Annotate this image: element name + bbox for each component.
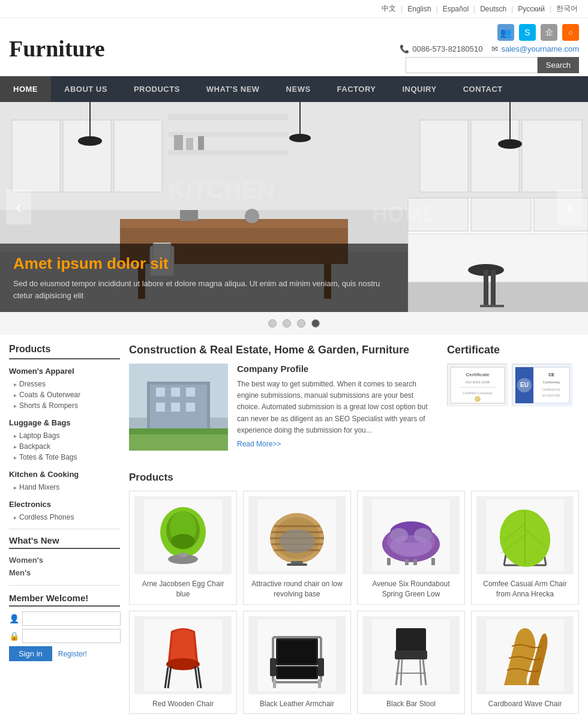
whats-new-section: What's New Women's Men's [9,535,120,579]
nav-contact[interactable]: CONTACT [450,76,516,102]
nav-home[interactable]: HOME [0,76,51,102]
slider-prev-button[interactable]: ‹ [6,190,31,224]
nav-products[interactable]: PRODUCTS [121,76,193,102]
slider-dot-1[interactable] [268,319,277,328]
sidebar-item-coats[interactable]: Coats & Outerwear [9,389,120,400]
phone-number: 0086-573-82180510 [412,44,482,53]
cert-image-2[interactable]: EU CE Conformity Certificate No. EU-2024… [512,364,572,406]
sidebar-item-shorts[interactable]: Shorts & Rompers [9,400,120,411]
svg-rect-2 [12,120,60,192]
slider-dot-3[interactable] [297,319,305,328]
product-card-6[interactable]: Black Leather Armchair [243,611,351,715]
sidebar-item-cordless-phones[interactable]: Cordless Phones [9,512,120,523]
nav-factory[interactable]: FACTORY [324,76,389,102]
sign-in-button[interactable]: Sign in [9,646,52,661]
header: Furniture 👥 S 企 ○ 📞 0086-573-82180510 ✉ … [0,18,588,76]
product-card-1[interactable]: Arne Jacobsen Egg Chair blue [129,491,237,605]
social-people-icon[interactable]: 👥 [497,24,514,41]
lang-ru[interactable]: Русский [518,5,545,13]
svg-rect-124 [396,628,426,652]
profile-text: Company Profile The best way to get subm… [237,364,438,451]
other-icon[interactable]: ○ [562,24,579,41]
sidebar-divider-2 [9,585,120,586]
search-bar: Search [406,57,579,73]
svg-rect-6 [168,132,288,137]
product-name-7: Black Bar Stool [362,699,460,709]
sidebar-divider-1 [9,529,120,529]
certificate-images: Certificate ISO 9001:2008 Certified Comp… [447,364,579,406]
product-card-5[interactable]: Red Wooden Chair [129,611,237,715]
register-link[interactable]: Register! [58,650,87,658]
qq-icon[interactable]: 企 [541,24,557,41]
product-image-4 [476,496,574,574]
svg-text:KITCHEN: KITCHEN [168,176,275,203]
phone-info: 📞 0086-573-82180510 ✉ sales@yourname.com [400,44,579,53]
slider-caption: Amet ipsum dolor sit Sed do eiusmod temp… [0,244,408,312]
whats-new-mens[interactable]: Men's [9,566,120,579]
nav-whats-new[interactable]: WHAT'S NEW [193,76,273,102]
svg-rect-5 [168,114,288,120]
svg-text:Certificate No.: Certificate No. [542,388,561,391]
svg-rect-51 [129,428,228,434]
product-card-3[interactable]: Avenue Six Roundabout Spring Green Low [357,491,465,605]
nav-about[interactable]: ABOUT US [51,76,121,102]
svg-rect-97 [413,559,417,565]
sidebar-category-kitchen: Kitchen & Cooking [9,470,120,479]
email-link[interactable]: sales@yourname.com [501,44,579,53]
hero-slider: KITCHEN HOME Amet ipsum dolor sit Sed do… [0,102,588,312]
certificate-title: Certificate [447,344,579,356]
nav-inquiry[interactable]: INQUIRY [389,76,449,102]
product-card-7[interactable]: Black Bar Stool [357,611,465,715]
slider-next-button[interactable]: › [557,190,582,224]
svg-rect-13 [522,120,582,192]
search-button[interactable]: Search [538,57,579,73]
product-name-5: Red Wooden Chair [134,699,232,709]
lang-es[interactable]: Español [443,5,469,13]
skype-icon[interactable]: S [519,24,536,41]
svg-rect-9 [186,138,193,150]
sidebar-item-laptop-bags[interactable]: Laptop Bags [9,430,120,441]
product-card-2[interactable]: Attractive round chair on low revolving … [243,491,351,605]
svg-rect-44 [156,388,165,397]
read-more-link[interactable]: Read More>> [237,440,281,448]
slider-dot-2[interactable] [283,319,291,328]
sidebar-item-dresses[interactable]: Dresses [9,379,120,389]
profile-image [129,364,228,451]
sidebar-item-hand-mixers[interactable]: Hand Mixers [9,482,120,493]
lang-zh[interactable]: 中文 [382,4,396,14]
svg-text:EU: EU [520,382,529,388]
lang-en[interactable]: English [407,5,431,13]
svg-rect-4 [114,120,162,192]
contact-icons: 👥 S 企 ○ [497,24,579,41]
slider-dot-4[interactable] [311,319,320,328]
cert-image-1[interactable]: Certificate ISO 9001:2008 Certified Comp… [447,364,507,406]
logo[interactable]: Furniture [9,35,105,62]
slider-dots [0,312,588,335]
svg-rect-33 [484,270,488,306]
whats-new-title: What's New [9,535,120,549]
product-card-4[interactable]: Comfee Casual Arm Chair from Anna Hrecka [471,491,579,605]
lang-de[interactable]: Deutsch [480,5,506,13]
sign-in-row: Sign in Register! [9,646,120,661]
sidebar-item-backpack[interactable]: Backpack [9,441,120,452]
user-icon: 👤 [9,614,19,623]
lang-ko[interactable]: 한국어 [556,4,578,14]
svg-rect-23 [471,198,531,231]
certificate-section: Certificate Certificate ISO 9001:2008 Ce… [447,344,579,463]
search-input[interactable] [406,57,538,73]
svg-point-31 [498,139,522,149]
sidebar-item-totes[interactable]: Totes & Tote Bags [9,452,120,463]
svg-rect-7 [168,150,288,155]
profile-heading: Company Profile [237,364,438,374]
product-card-8[interactable]: Cardboard Wave Chair [471,611,579,715]
username-input[interactable] [22,611,121,626]
phone-icon: 📞 [400,44,409,53]
svg-rect-25 [408,234,588,282]
password-input[interactable] [22,629,121,643]
nav-news[interactable]: NEWS [273,76,324,102]
svg-text:Certified Company: Certified Company [463,391,493,395]
svg-rect-121 [273,679,276,688]
svg-point-84 [279,529,315,553]
whats-new-womens[interactable]: Women's [9,554,120,566]
username-row: 👤 [9,611,120,626]
